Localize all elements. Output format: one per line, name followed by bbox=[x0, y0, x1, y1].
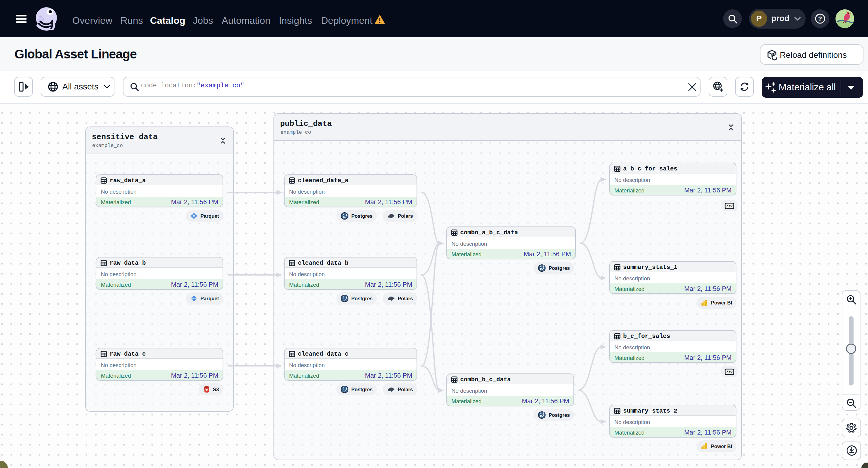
svg-text:csv: csv bbox=[726, 204, 733, 208]
svg-text:?: ? bbox=[818, 15, 822, 22]
svg-text:csv: csv bbox=[726, 370, 733, 374]
